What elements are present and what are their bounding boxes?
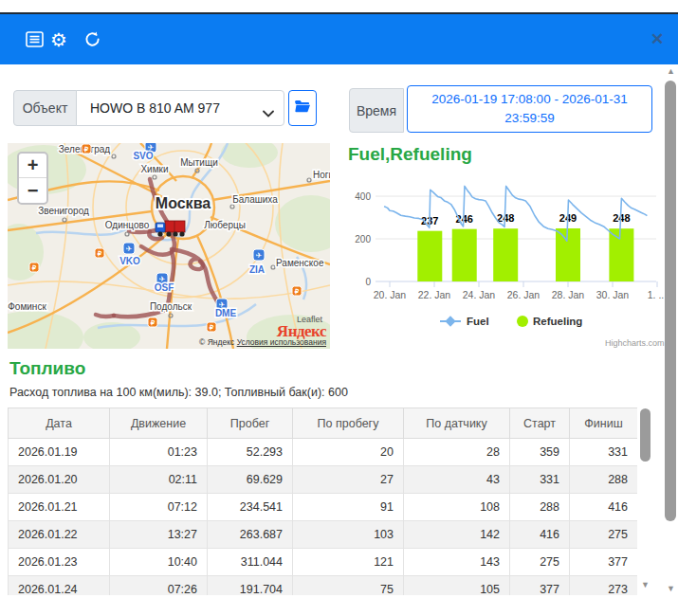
x-axis-tick-label: 28. Jan <box>552 289 585 300</box>
app-toolbar: ⚙ ✕ <box>0 14 678 64</box>
time-range-value: 2026-01-19 17:08:00 - 2026-01-31 23:59:5… <box>421 90 638 129</box>
table-cell: 121 <box>293 549 404 576</box>
table-row[interactable]: 2026.01.2107:12234.54191108288416 <box>9 494 638 521</box>
svg-text:₽: ₽ <box>210 324 214 331</box>
svg-text:₽: ₽ <box>32 264 37 271</box>
refueling-bar[interactable] <box>417 231 442 281</box>
svg-text:₽: ₽ <box>295 288 300 295</box>
refueling-bar[interactable] <box>556 228 580 281</box>
table-cell: 105 <box>404 576 510 596</box>
window-top-strip <box>0 0 678 12</box>
table-cell: 75 <box>293 576 404 596</box>
tracking-report-window: ⚙ ✕ Объект HOWO B 810 AM 977 Время 2026-… <box>0 0 678 616</box>
table-row[interactable]: 2026.01.2213:27263.687103142416275 <box>9 521 638 549</box>
x-axis-tick-label: 30. Jan <box>596 289 630 300</box>
refresh-icon[interactable] <box>78 14 106 64</box>
open-folder-button[interactable] <box>288 90 317 126</box>
page-scroll-down-icon[interactable]: ▼ <box>667 584 675 593</box>
map-label: Звенигород <box>38 206 89 216</box>
refueling-bar[interactable] <box>493 228 518 281</box>
table-cell: 143 <box>404 549 510 576</box>
table-cell: 331 <box>570 439 638 466</box>
table-cell: 2026.01.24 <box>9 576 110 596</box>
legend-item-refueling[interactable]: Refueling <box>517 316 582 327</box>
x-axis-tick-label: 24. Jan <box>463 289 496 300</box>
refueling-bar[interactable] <box>452 229 477 281</box>
fuel-station-icon: ₽ <box>29 263 39 272</box>
table-row[interactable]: 2026.01.2310:40311.044121143275377 <box>9 549 638 576</box>
table-cell: 52.293 <box>208 439 293 466</box>
table-scrollbar-thumb[interactable] <box>640 408 651 462</box>
fuel-section-title: Топливо <box>9 358 85 379</box>
table-cell: 416 <box>570 494 638 521</box>
leaflet-attribution[interactable]: Leaflet <box>297 315 322 324</box>
settings-gear-icon[interactable]: ⚙ <box>46 14 72 64</box>
terms-of-use-link[interactable]: Условия использования <box>237 337 326 347</box>
object-label: Объект <box>13 90 77 126</box>
table-header-cell: Финиш <box>570 408 638 439</box>
fuel-station-icon: ₽ <box>95 248 104 258</box>
table-cell: 377 <box>510 576 570 596</box>
fuel-table-container: ДатаДвижениеПробегПо пробегуПо датчикуСт… <box>8 408 637 595</box>
svg-text:✈: ✈ <box>126 245 133 253</box>
table-cell: 108 <box>404 494 510 521</box>
folder-icon <box>294 100 311 117</box>
table-cell: 69.629 <box>208 466 293 494</box>
close-icon[interactable]: ✕ <box>643 14 671 64</box>
table-header-cell: Дата <box>9 408 110 439</box>
fuel-station-icon: ₽ <box>148 317 157 327</box>
svg-text:₽: ₽ <box>98 250 102 257</box>
map-label: Одинцово <box>105 220 150 230</box>
airport-icon: ✈ <box>253 249 265 261</box>
y-axis-tick-label: 200 <box>355 234 371 245</box>
zoom-out-button[interactable]: − <box>19 178 46 203</box>
table-header-cell: Старт <box>510 408 570 439</box>
refueling-bar[interactable] <box>609 228 633 281</box>
time-range-field[interactable]: 2026-01-19 17:08:00 - 2026-01-31 23:59:5… <box>407 85 652 133</box>
x-axis-tick-label: 26. Jan <box>507 289 541 300</box>
map-label: Подольск <box>150 301 192 312</box>
table-cell: 2026.01.20 <box>9 466 110 494</box>
table-cell: 273 <box>570 576 638 596</box>
fuel-station-icon: ₽ <box>207 322 216 332</box>
table-cell: 43 <box>404 466 510 494</box>
map-label: Балашиха <box>232 194 278 205</box>
table-cell: 07:12 <box>110 494 208 521</box>
airport-code-label: VKO <box>119 256 140 266</box>
table-row[interactable]: 2026.01.2407:26191.70475105377273 <box>9 576 638 596</box>
table-cell: 91 <box>293 494 404 521</box>
map-label: Москва <box>156 195 211 211</box>
svg-text:Refueling: Refueling <box>533 316 582 327</box>
table-cell: 2026.01.23 <box>9 549 110 576</box>
chart-legend: FuelRefueling <box>440 316 582 327</box>
page-scroll-up-icon[interactable]: ▲ <box>667 66 675 76</box>
chevron-down-icon <box>263 105 274 120</box>
map-panel[interactable]: ЗеленоградХимкиМытищиНогинскМоскваБалаши… <box>8 143 330 349</box>
table-cell: 2026.01.22 <box>9 521 110 549</box>
report-list-icon[interactable] <box>21 14 47 64</box>
table-cell: 377 <box>570 549 638 576</box>
yandex-copyright: © Яндекс <box>199 337 234 347</box>
table-cell: 103 <box>293 521 404 549</box>
table-cell: 27 <box>293 466 404 494</box>
x-axis-tick-label: 20. Jan <box>374 289 407 300</box>
map-label: Раменское <box>276 258 324 268</box>
zoom-in-button[interactable]: + <box>19 154 46 178</box>
map-label: Наро-Фоминск <box>8 301 46 312</box>
fuel-table: ДатаДвижениеПробегПо пробегуПо датчикуСт… <box>8 408 637 595</box>
highcharts-credit[interactable]: Highcharts.com <box>605 338 665 348</box>
legend-item-fuel[interactable]: Fuel <box>440 316 489 327</box>
table-row[interactable]: 2026.01.2002:1169.6292743331288 <box>9 466 638 494</box>
table-cell: 275 <box>570 521 638 549</box>
map-label: Ногинск <box>313 170 330 180</box>
page-scrollbar-thumb[interactable] <box>665 81 676 521</box>
table-row[interactable]: 2026.01.1901:2352.2932028359331 <box>9 439 638 466</box>
svg-text:✈: ✈ <box>256 251 263 260</box>
vehicle-truck-marker[interactable] <box>156 221 185 237</box>
table-header-cell: По пробегу <box>293 408 404 439</box>
table-cell: 275 <box>510 549 570 576</box>
table-cell: 416 <box>510 521 570 549</box>
table-cell: 02:11 <box>110 466 208 494</box>
table-scroll-down-icon[interactable]: ▼ <box>641 580 650 589</box>
object-select[interactable]: HOWO B 810 AM 977 <box>76 90 284 126</box>
